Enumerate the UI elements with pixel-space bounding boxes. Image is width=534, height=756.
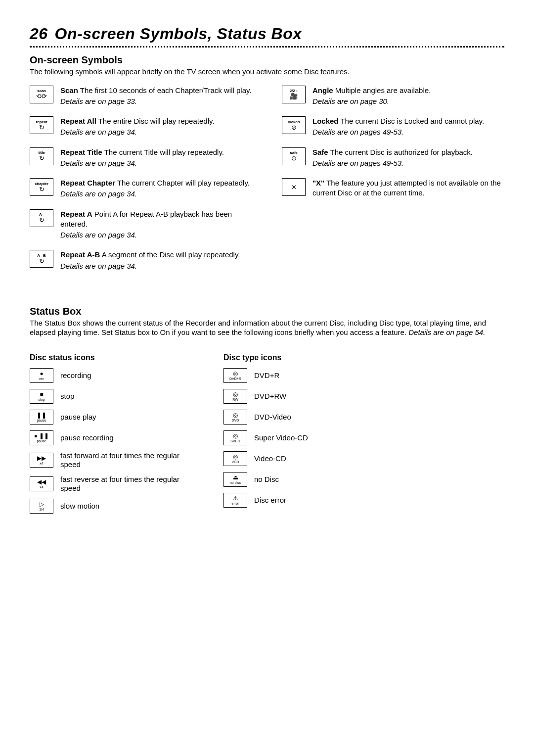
icon-glyph: ◎ bbox=[233, 391, 238, 397]
icon-glyph: ■ bbox=[40, 391, 43, 397]
icon-glyph: ↻ bbox=[39, 217, 44, 223]
scan-icon: scan ⟲⟳ bbox=[30, 86, 53, 103]
icon-glyph: ⊙ bbox=[291, 155, 297, 161]
type-svcd: ◎ SVCD Super Video-CD bbox=[223, 430, 308, 445]
vcd-icon: ◎ VCD bbox=[223, 451, 247, 466]
disc-status-heading: Disc status icons bbox=[30, 353, 184, 362]
status-text: DVD-Video bbox=[254, 413, 291, 422]
symbol-repeat-all: repeat ↻ Repeat All The entire Disc will… bbox=[30, 116, 252, 138]
icon-glyph: ↻ bbox=[39, 186, 44, 192]
icon-glyph: ↻ bbox=[39, 258, 44, 264]
document-page: 26 On-screen Symbols, Status Box On-scre… bbox=[0, 0, 534, 549]
symbol-lead: Locked bbox=[312, 117, 339, 125]
type-dvdr: ◎ DVD+R DVD+R bbox=[223, 368, 308, 383]
status-recording: ● rec recording bbox=[30, 368, 184, 383]
icon-glyph: ▷ bbox=[40, 501, 44, 507]
x-icon: ✕ bbox=[282, 178, 306, 196]
symbol-details: Details are on page 34. bbox=[60, 189, 250, 199]
dvdrw-icon: ◎ RW bbox=[223, 389, 247, 404]
status-intro-ref: Details are on page 54. bbox=[408, 328, 485, 336]
symbol-lead: Repeat Chapter bbox=[60, 179, 115, 187]
symbol-text: Angle Multiple angles are available. Det… bbox=[312, 86, 431, 107]
icon-glyph: ◎ bbox=[233, 412, 238, 418]
status-pause-recording: ● ❚❚ pause pause recording bbox=[30, 430, 184, 445]
symbol-details: Details are on page 34. bbox=[60, 261, 240, 271]
symbol-lead: Repeat All bbox=[60, 117, 96, 125]
status-box-intro: The Status Box shows the current status … bbox=[30, 318, 504, 337]
status-stop: ■ stop stop bbox=[30, 389, 184, 404]
icon-glyph: 🎥 bbox=[290, 93, 298, 99]
icon-sub: DVD+R bbox=[229, 377, 241, 380]
status-text: DVD+R bbox=[254, 371, 279, 380]
icon-sub: rec bbox=[39, 377, 44, 380]
icon-glyph: ↻ bbox=[39, 155, 44, 161]
symbol-text: Scan The first 10 seconds of each Chapte… bbox=[60, 86, 252, 107]
symbol-text: Repeat All The entire Disc will play rep… bbox=[60, 116, 215, 138]
status-text: fast reverse at four times the regular s… bbox=[60, 475, 184, 493]
status-pause-play: ❚❚ pause pause play bbox=[30, 410, 184, 425]
symbol-body: The first 10 seconds of each Chapter/Tra… bbox=[78, 86, 252, 94]
symbol-locked: locked ⊘ Locked The current Disc is Lock… bbox=[282, 116, 504, 138]
symbol-body: A segment of the Disc will play repeated… bbox=[100, 250, 240, 259]
icon-sub: error bbox=[232, 502, 239, 505]
icon-sub: 1/4 bbox=[39, 508, 44, 511]
svcd-icon: ◎ SVCD bbox=[223, 430, 247, 445]
symbol-body: The current Disc is Locked and cannot pl… bbox=[339, 117, 485, 125]
symbol-safe: safe ⊙ Safe The current Disc is authoriz… bbox=[282, 147, 504, 169]
symbols-left-column: scan ⟲⟳ Scan The first 10 seconds of eac… bbox=[30, 86, 252, 281]
disc-status-column: Disc status icons ● rec recording ■ stop… bbox=[30, 346, 184, 520]
symbol-text: "X" The feature you just attempted is no… bbox=[312, 178, 504, 198]
page-number: 26 bbox=[30, 25, 48, 43]
symbol-body: The current Disc is authorized for playb… bbox=[328, 148, 473, 156]
status-text: pause recording bbox=[60, 433, 114, 442]
icon-glyph: ◎ bbox=[233, 454, 238, 460]
locked-icon: locked ⊘ bbox=[282, 116, 306, 134]
disc-type-column: Disc type icons ◎ DVD+R DVD+R ◎ RW DVD+R… bbox=[223, 346, 308, 520]
onscreen-symbols-intro: The following symbols will appear briefl… bbox=[30, 67, 504, 77]
status-text: stop bbox=[60, 392, 74, 401]
symbol-body: The current Title will play repeatedly. bbox=[102, 148, 224, 156]
icon-sub: pause bbox=[37, 439, 46, 443]
symbol-repeat-title: title ↻ Repeat Title The current Title w… bbox=[30, 147, 252, 169]
status-text: fast forward at four times the regular s… bbox=[60, 451, 184, 469]
title-icon: title ↻ bbox=[30, 147, 53, 165]
icon-glyph: ◀◀ bbox=[37, 479, 46, 485]
symbols-right-column: 2/2 ↕ 🎥 Angle Multiple angles are availa… bbox=[282, 86, 504, 281]
symbol-text: Repeat Chapter The current Chapter will … bbox=[60, 178, 250, 199]
status-slowmo: ▷ 1/4 slow motion bbox=[30, 499, 184, 514]
icon-sub: RW bbox=[232, 398, 238, 401]
icon-glyph: ⚠ bbox=[233, 495, 238, 501]
status-text: Video-CD bbox=[254, 454, 286, 463]
dvdr-icon: ◎ DVD+R bbox=[223, 368, 247, 383]
safe-icon: safe ⊙ bbox=[282, 147, 306, 165]
symbol-lead: Safe bbox=[312, 148, 328, 156]
onscreen-symbols-heading: On-screen Symbols bbox=[30, 54, 504, 66]
status-columns: Disc status icons ● rec recording ■ stop… bbox=[30, 346, 504, 520]
symbol-text: Safe The current Disc is authorized for … bbox=[312, 147, 473, 169]
error-icon: ⚠ error bbox=[223, 493, 247, 508]
status-ffwd: ▶▶ x4 fast forward at four times the reg… bbox=[30, 451, 184, 469]
symbol-angle: 2/2 ↕ 🎥 Angle Multiple angles are availa… bbox=[282, 86, 504, 107]
status-text: DVD+RW bbox=[254, 392, 286, 401]
icon-glyph: ▶▶ bbox=[37, 455, 46, 461]
repeat-icon: repeat ↻ bbox=[30, 116, 53, 134]
icon-sub: pause bbox=[37, 419, 46, 422]
status-text: Super Video-CD bbox=[254, 433, 308, 442]
icon-glyph: ● ❚❚ bbox=[34, 433, 49, 439]
icon-sub: no disc bbox=[230, 481, 241, 484]
nodisc-icon: ⏏ no disc bbox=[223, 472, 247, 487]
pause-icon: ❚❚ pause bbox=[30, 410, 53, 425]
icon-sub: DVD bbox=[232, 419, 239, 422]
icon-sub: x4 bbox=[40, 462, 43, 465]
repeat-a-icon: A - ↻ bbox=[30, 209, 53, 227]
type-vcd: ◎ VCD Video-CD bbox=[223, 451, 308, 466]
icon-sub: stop bbox=[38, 398, 44, 401]
type-error: ⚠ error Disc error bbox=[223, 493, 308, 508]
fast-reverse-icon: ◀◀ x4 bbox=[30, 476, 53, 491]
icon-glyph: ◎ bbox=[233, 371, 238, 377]
slow-motion-icon: ▷ 1/4 bbox=[30, 499, 53, 514]
record-icon: ● rec bbox=[30, 368, 53, 383]
status-text: pause play bbox=[60, 413, 96, 422]
symbol-lead: Repeat A-B bbox=[60, 250, 100, 259]
symbol-lead: Repeat Title bbox=[60, 148, 102, 156]
